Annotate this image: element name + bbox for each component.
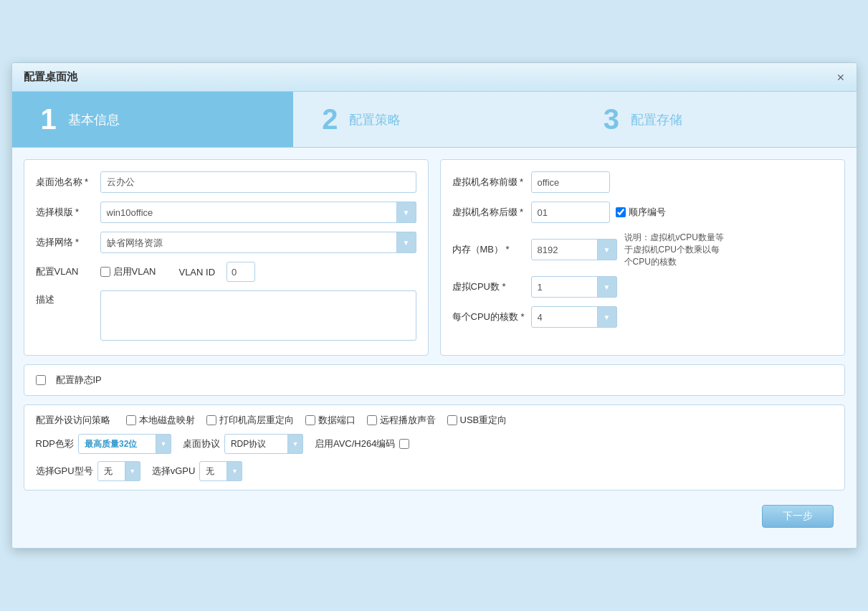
protocol-select[interactable]: RDP协议 [224, 434, 303, 454]
memory-row: 内存（MB） * 8192 ▼ 说明：虚拟机vCPU数量等于虚拟机CPU个数乘以… [452, 232, 833, 267]
vm-suffix-row: 虚拟机名称后缀 * 顺序编号 [452, 202, 833, 223]
seq-number-label: 顺序编号 [629, 206, 666, 219]
enable-vlan-checkbox[interactable] [100, 267, 110, 277]
dialog-title-bar: 配置桌面池 ✕ [12, 63, 857, 92]
vm-suffix-input[interactable] [531, 202, 610, 223]
seq-number-checkbox[interactable] [616, 207, 626, 217]
pool-name-row: 桌面池名称 * [36, 171, 416, 193]
rdp-color-group: RDP色彩 最高质量32位 ▼ [36, 434, 171, 454]
vlan-inner: 启用VLAN VLAN ID [100, 262, 256, 282]
step-1[interactable]: 1 基本信息 [12, 92, 294, 147]
cpu-count-label: 虚拟CPU数 * [452, 280, 531, 293]
vlan-id-input[interactable] [226, 262, 255, 282]
desktop-protocol-label: 桌面协议 [183, 437, 220, 450]
core-count-select[interactable]: 4 [531, 306, 617, 328]
core-count-row: 每个CPU的核数 * 4 ▼ [452, 306, 833, 328]
seq-number-wrapper: 顺序编号 [616, 206, 666, 219]
template-row: 选择模版 * win10office ▼ [36, 202, 416, 223]
avc-checkbox[interactable] [399, 439, 409, 449]
rdp-color-select[interactable]: 最高质量32位 [78, 434, 171, 454]
network-select[interactable]: 缺省网络资源 [100, 232, 416, 253]
policy-local-disk[interactable]: 本地磁盘映射 [126, 414, 195, 427]
left-panel: 桌面池名称 * 选择模版 * win10office ▼ 选择网络 * [24, 159, 429, 356]
desc-label: 描述 [36, 290, 100, 306]
network-label: 选择网络 * [36, 236, 100, 249]
memory-select[interactable]: 8192 [531, 239, 617, 260]
dialog-body: 桌面池名称 * 选择模版 * win10office ▼ 选择网络 * [12, 148, 857, 548]
step-3-number: 3 [604, 103, 619, 136]
gpu-type-select[interactable]: 无 [97, 461, 140, 481]
right-panel: 虚拟机名称前缀 * 虚拟机名称后缀 * 顺序编号 内存（MB） * 8 [440, 159, 845, 356]
data-port-label: 数据端口 [318, 414, 356, 427]
rdp-color-select-wrapper: 最高质量32位 ▼ [78, 434, 171, 454]
desktop-protocol-group: 桌面协议 RDP协议 ▼ [183, 434, 303, 454]
vlan-id-label: VLAN ID [178, 267, 215, 278]
step-3-label: 配置存储 [631, 111, 682, 128]
core-count-label: 每个CPU的核数 * [452, 311, 531, 323]
gpu-type-group: 选择GPU型号 无 ▼ [36, 461, 140, 481]
pool-name-input[interactable] [100, 171, 416, 193]
desc-row: 描述 [36, 290, 416, 341]
policy-usb[interactable]: USB重定向 [447, 414, 507, 427]
rdp-row: RDP色彩 最高质量32位 ▼ 桌面协议 RDP协议 ▼ [36, 434, 833, 454]
dialog-title: 配置桌面池 [24, 70, 77, 84]
policy-remote-audio[interactable]: 远程播放声音 [367, 414, 436, 427]
pool-name-label: 桌面池名称 * [36, 176, 100, 189]
printer-label: 打印机高层重定向 [219, 414, 294, 427]
step-3[interactable]: 3 配置存储 [575, 92, 857, 147]
close-button[interactable]: ✕ [836, 72, 845, 83]
vlan-label: 配置VLAN [36, 265, 100, 278]
next-button[interactable]: 下一步 [762, 505, 834, 528]
access-policy-row: 配置外设访问策略 本地磁盘映射 打印机高层重定向 数据端口 远程播放声音 [36, 414, 833, 427]
remote-audio-label: 远程播放声音 [380, 414, 436, 427]
usb-label: USB重定向 [460, 414, 507, 427]
remote-audio-checkbox[interactable] [367, 415, 377, 425]
cpu-count-select-wrapper: 1 ▼ [531, 276, 617, 298]
memory-note: 说明：虚拟机vCPU数量等于虚拟机CPU个数乘以每个CPU的核数 [624, 232, 725, 267]
static-ip-panel: 配置静态IP [24, 364, 845, 396]
gpu-type-label: 选择GPU型号 [36, 465, 93, 478]
rdp-color-label: RDP色彩 [36, 437, 74, 450]
vgpu-select-wrapper: 无 ▼ [199, 461, 242, 481]
vm-prefix-label: 虚拟机名称前缀 * [452, 176, 531, 189]
desc-textarea[interactable] [100, 290, 416, 341]
step-1-label: 基本信息 [68, 111, 120, 128]
step-2[interactable]: 2 配置策略 [293, 92, 575, 147]
vgpu-label: 选择vGPU [152, 465, 196, 478]
vm-prefix-row: 虚拟机名称前缀 * [452, 171, 833, 193]
core-count-select-wrapper: 4 ▼ [531, 306, 617, 328]
template-select[interactable]: win10office [100, 202, 416, 223]
gpu-type-select-wrapper: 无 ▼ [97, 461, 140, 481]
vlan-row: 配置VLAN 启用VLAN VLAN ID [36, 262, 416, 282]
step-2-label: 配置策略 [349, 111, 401, 128]
cpu-count-select[interactable]: 1 [531, 276, 617, 298]
usb-checkbox[interactable] [447, 415, 457, 425]
static-ip-label: 配置静态IP [56, 374, 102, 387]
template-label: 选择模版 * [36, 206, 100, 219]
enable-vlan-label[interactable]: 启用VLAN [100, 265, 156, 278]
access-policy-label: 配置外设访问策略 [36, 414, 115, 427]
access-rdp-panel: 配置外设访问策略 本地磁盘映射 打印机高层重定向 数据端口 远程播放声音 [24, 404, 845, 491]
local-disk-label: 本地磁盘映射 [139, 414, 195, 427]
vgpu-group: 选择vGPU 无 ▼ [152, 461, 243, 481]
data-port-checkbox[interactable] [305, 415, 315, 425]
enable-vlan-text: 启用VLAN [113, 265, 156, 278]
protocol-select-wrapper: RDP协议 ▼ [224, 434, 303, 454]
network-select-wrapper: 缺省网络资源 ▼ [100, 232, 416, 253]
policy-data-port[interactable]: 数据端口 [305, 414, 356, 427]
local-disk-checkbox[interactable] [126, 415, 136, 425]
avc-group: 启用AVC/H264编码 [315, 437, 409, 450]
vgpu-select[interactable]: 无 [199, 461, 242, 481]
gpu-row: 选择GPU型号 无 ▼ 选择vGPU 无 ▼ [36, 461, 833, 481]
memory-label: 内存（MB） * [452, 243, 531, 256]
template-select-wrapper: win10office ▼ [100, 202, 416, 223]
printer-checkbox[interactable] [206, 415, 216, 425]
configure-desktop-pool-dialog: 配置桌面池 ✕ 1 基本信息 2 配置策略 3 配置存储 桌面池名称 * [11, 62, 857, 549]
step-2-number: 2 [322, 103, 338, 136]
steps-header: 1 基本信息 2 配置策略 3 配置存储 [12, 92, 857, 148]
static-ip-row: 配置静态IP [36, 374, 833, 387]
vm-prefix-input[interactable] [531, 171, 610, 193]
network-row: 选择网络 * 缺省网络资源 ▼ [36, 232, 416, 253]
static-ip-checkbox[interactable] [36, 375, 46, 385]
policy-printer[interactable]: 打印机高层重定向 [206, 414, 294, 427]
